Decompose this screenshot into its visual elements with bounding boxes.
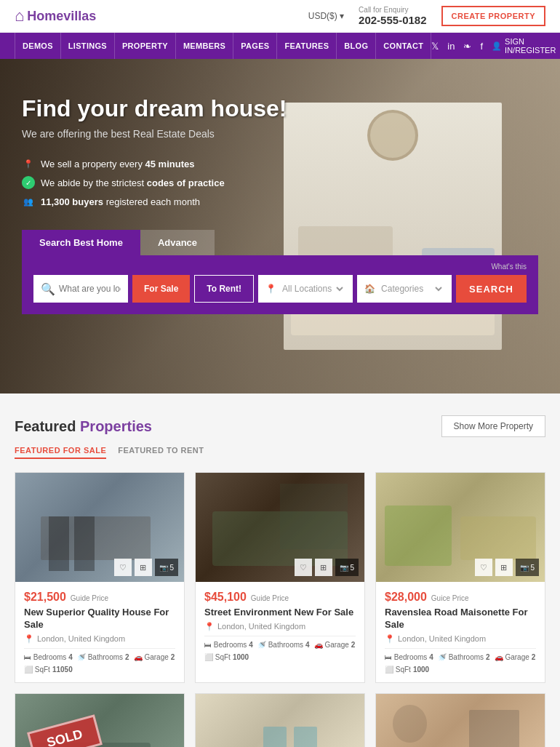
garage-1: 🚗 Garage 2 xyxy=(134,653,175,661)
to-rent-button[interactable]: To Rent! xyxy=(194,275,254,303)
sign-in-link[interactable]: 👤 SIGN IN/REGISTER xyxy=(492,37,556,55)
prop-name-1[interactable]: New Superior Quality House For Sale xyxy=(24,607,175,631)
img-overlay-2: ♡ ⊞ 📷 5 xyxy=(295,559,359,576)
logo: ⌂ Homevillas xyxy=(15,7,96,25)
feature-1: 📍 We sell a property every 45 minutes xyxy=(22,157,538,170)
top-bar: ⌂ Homevillas USD($) ▾ Call for Enquiry 2… xyxy=(0,0,560,33)
logo-text: Homevillas xyxy=(27,9,96,24)
category-icon: 🏠 xyxy=(364,284,375,294)
property-image-5: ♡ ⊞ 📷 5 xyxy=(196,694,364,747)
favorite-icon-3[interactable]: ♡ xyxy=(475,559,492,576)
main-nav: DEMOS LISTINGS PROPERTY MEMBERS PAGES FE… xyxy=(0,33,560,59)
property-image-6: ♡ ⊞ 📷 4 xyxy=(376,694,545,747)
garage-3: 🚗 Garage 2 xyxy=(495,653,536,661)
create-property-button[interactable]: CREATE PROPERTY xyxy=(441,6,545,26)
price-row-1: $21,500 Guide Price xyxy=(24,591,175,604)
bedrooms-2: 🛏 Bedrooms 4 xyxy=(204,641,253,649)
favorite-icon-2[interactable]: ♡ xyxy=(295,559,312,576)
bathrooms-3: 🚿 Bathrooms 2 xyxy=(438,653,490,661)
bedrooms-1: 🛏 Bedrooms 4 xyxy=(24,653,73,661)
prop-name-2[interactable]: Street Environment New For Sale xyxy=(204,607,356,619)
category-select[interactable]: Categories xyxy=(378,283,444,295)
linkedin-icon[interactable]: in xyxy=(447,41,455,52)
currency-selector[interactable]: USD($) ▾ xyxy=(308,11,344,21)
nav-property[interactable]: PROPERTY xyxy=(115,33,176,59)
whats-this-link[interactable]: What's this xyxy=(33,263,527,271)
location-icon: 📍 xyxy=(265,284,276,294)
location-pin-3: 📍 xyxy=(385,634,395,644)
nav-links: DEMOS LISTINGS PROPERTY MEMBERS PAGES FE… xyxy=(15,33,431,59)
for-sale-button[interactable]: For Sale xyxy=(132,275,190,303)
logo-villas: villas xyxy=(63,9,96,23)
favorite-icon-1[interactable]: ♡ xyxy=(114,559,132,576)
property-card-5: ♡ ⊞ 📷 5 $125,000 Guice Price Commercial … xyxy=(195,693,365,747)
prop-location-3: 📍 London, United Kingdom xyxy=(385,634,536,644)
property-info-3: $28,000 Guice Price Ravenslea Road Maiso… xyxy=(376,582,545,682)
sqft-2: ⬜ SqFt 1000 xyxy=(204,653,249,661)
nav-blog[interactable]: BLOG xyxy=(337,33,376,59)
currency-label: USD($) xyxy=(308,11,337,21)
featured-tabs: FEATURED FOR SALE FEATURED TO RENT xyxy=(15,446,545,459)
guide-3: Guice Price xyxy=(431,594,469,602)
show-more-button[interactable]: Show More Property xyxy=(441,415,545,437)
guide-2: Guide Price xyxy=(251,594,289,602)
tab-search-best-home[interactable]: Search Best Home xyxy=(22,230,140,255)
search-input[interactable] xyxy=(59,284,121,294)
nav-contact[interactable]: CONTACT xyxy=(376,33,431,59)
compare-icon-3[interactable]: ⊞ xyxy=(495,559,513,576)
image-count-1: 📷 5 xyxy=(155,559,178,576)
logo-home: Home xyxy=(27,9,63,23)
property-card-1: ♡ ⊞ 📷 5 $21,500 Guide Price New Superior… xyxy=(15,472,185,683)
search-input-wrap[interactable]: 🔍 xyxy=(33,275,128,303)
compare-icon-1[interactable]: ⊞ xyxy=(135,559,152,576)
facebook-icon[interactable]: f xyxy=(480,41,483,52)
bedrooms-3: 🛏 Bedrooms 4 xyxy=(385,653,433,661)
tab-featured-rent[interactable]: FEATURED TO RENT xyxy=(118,446,204,459)
nav-members[interactable]: MEMBERS xyxy=(176,33,233,59)
property-img-bg-5 xyxy=(196,694,364,747)
property-img-bg-6 xyxy=(376,694,545,747)
location-select[interactable]: All Locations xyxy=(279,283,345,295)
twitter-icon[interactable]: 𝕏 xyxy=(431,41,439,52)
hero-title: Find your dream house! xyxy=(22,95,538,122)
prop-name-3[interactable]: Ravenslea Road Maisonette For Sale xyxy=(385,607,536,631)
prop-location-1: 📍 London, United Kingdom xyxy=(24,634,175,644)
tab-advance[interactable]: Advance xyxy=(140,230,215,255)
location-select-wrap[interactable]: 📍 All Locations xyxy=(258,275,353,303)
tab-featured-sale[interactable]: FEATURED FOR SALE xyxy=(15,446,106,459)
search-icon: 🔍 xyxy=(41,282,55,296)
feature-3: 👥 11,300 buyers registered each month xyxy=(22,195,538,208)
img-overlay-1: ♡ ⊞ 📷 5 xyxy=(114,559,178,576)
property-card-4: SOLD ♡ ⊞ 📷 5 $42,500 Guide Price 2 Datac… xyxy=(15,693,185,747)
prop-details-1: 🛏 Bedrooms 4 🚿 Bathrooms 2 🚗 Garage 2 ⬜ … xyxy=(24,648,175,674)
search-row: 🔍 For Sale To Rent! 📍 All Locations 🏠 xyxy=(33,275,527,303)
featured-section: Featured Properties Show More Property F… xyxy=(0,394,560,747)
users-icon: 👥 xyxy=(22,195,35,208)
compare-icon-2[interactable]: ⊞ xyxy=(315,559,332,576)
location-text-2: London, United Kingdom xyxy=(217,622,305,631)
nav-features[interactable]: FEATURES xyxy=(277,33,337,59)
nav-demos[interactable]: DEMOS xyxy=(15,33,61,59)
featured-title: Featured Properties xyxy=(15,418,152,435)
property-card-2: ♡ ⊞ 📷 5 $45,100 Guide Price Street Envir… xyxy=(195,472,365,683)
image-count-3: 📷 5 xyxy=(516,559,539,576)
check-icon: ✓ xyxy=(22,176,35,189)
feature-2-text: We abide by the strictest codes of pract… xyxy=(41,177,225,188)
category-select-wrap[interactable]: 🏠 Categories xyxy=(357,275,452,303)
nav-pages[interactable]: PAGES xyxy=(233,33,277,59)
price-3: $28,000 xyxy=(385,591,427,604)
search-button[interactable]: SEARCH xyxy=(456,275,527,303)
sign-in-label: SIGN IN/REGISTER xyxy=(505,37,556,55)
feature-2: ✓ We abide by the strictest codes of pra… xyxy=(22,176,538,189)
featured-title-1: Featured xyxy=(15,418,76,434)
sqft-1: ⬜ SqFt 11050 xyxy=(24,666,73,674)
hero-section: Find your dream house! We are offering t… xyxy=(0,59,560,394)
search-box: What's this 🔍 For Sale To Rent! 📍 All Lo… xyxy=(22,255,538,314)
bathrooms-2: 🚿 Bathrooms 4 xyxy=(257,641,310,649)
bathrooms-1: 🚿 Bathrooms 2 xyxy=(77,653,129,661)
phone-number: 202-555-0182 xyxy=(359,14,426,26)
vine-icon[interactable]: ❧ xyxy=(463,41,471,52)
nav-listings[interactable]: LISTINGS xyxy=(61,33,115,59)
logo-icon: ⌂ xyxy=(15,7,24,25)
property-grid: ♡ ⊞ 📷 5 $21,500 Guide Price New Superior… xyxy=(15,472,545,747)
